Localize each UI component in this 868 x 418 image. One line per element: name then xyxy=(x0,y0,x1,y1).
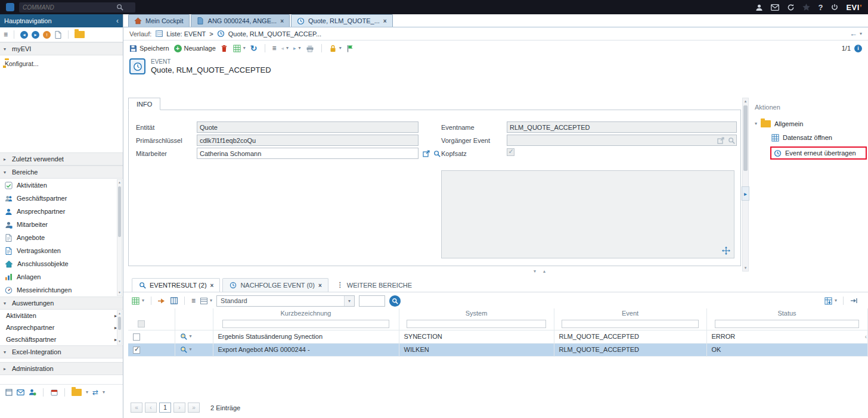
auswertungen-scrollbar[interactable]: ▴ ▾ xyxy=(117,310,122,345)
sidebar-item-anschlussobjekte[interactable]: Anschlussobjekte xyxy=(0,257,123,270)
column-header-event[interactable]: Event xyxy=(554,308,706,318)
caret-down-icon[interactable]: ▾ xyxy=(103,390,105,395)
sidebar-item-ansprechpartner[interactable]: Ansprechpartner xyxy=(0,205,123,218)
share-user-icon[interactable] xyxy=(29,388,36,397)
last-page-button[interactable]: » xyxy=(188,403,200,413)
column-header-system[interactable]: System xyxy=(399,308,554,318)
column-header-status[interactable]: Status xyxy=(706,308,867,318)
action-open-record[interactable]: Datensatz öffnen xyxy=(771,133,868,142)
event-payload-textarea[interactable] xyxy=(441,170,734,258)
search-button[interactable] xyxy=(389,295,401,307)
action-resend-event[interactable]: Event erneut übertragen xyxy=(770,146,867,160)
eventname-field[interactable] xyxy=(507,121,737,133)
delete-icon[interactable] xyxy=(221,44,228,52)
caret-down-icon[interactable]: ▾ xyxy=(86,390,88,395)
row-actions-icon[interactable] xyxy=(180,332,188,341)
auswertung-item-aktivitaeten[interactable]: Aktivitäten ▸ xyxy=(0,310,123,322)
sidebar-item-geschaeftspartner[interactable]: Geschäftspartner xyxy=(0,192,123,205)
sidebar-collapse-icon[interactable]: ‹ xyxy=(116,17,119,25)
menu-icon[interactable]: ≡ xyxy=(191,297,196,305)
tab-weitere-bereiche[interactable]: ⋮ WEITERE BEREICHE xyxy=(331,278,418,292)
help-icon[interactable]: ? xyxy=(818,3,823,12)
calendar-icon[interactable] xyxy=(50,388,58,397)
section-zuletzt-verwendet[interactable]: ▸ Zuletzt verwendet xyxy=(0,152,123,166)
form-scrollbar[interactable]: ▴ ▾ xyxy=(742,98,749,272)
power-icon[interactable] xyxy=(830,3,838,11)
sidebar-item-vertragskonten[interactable]: Vertragskonten xyxy=(0,244,123,257)
alarm-icon[interactable]: ! xyxy=(43,31,51,39)
close-icon[interactable]: × xyxy=(280,18,284,24)
row-checkbox[interactable] xyxy=(133,347,140,354)
table-row[interactable]: ▾ Ergebnis Statusänderung Synection SYNE… xyxy=(128,330,867,343)
sidebar-item-angebote[interactable]: Angebote xyxy=(0,231,123,244)
notifications-icon[interactable] xyxy=(802,3,810,11)
tab-nachfolge-event[interactable]: NACHFOLGE EVENT (0) × xyxy=(222,278,328,292)
flag-icon[interactable] xyxy=(346,44,354,52)
refresh-icon[interactable]: ↻ xyxy=(250,44,258,52)
close-icon[interactable]: × xyxy=(318,282,322,289)
tab-mein-cockpit[interactable]: Mein Cockpit xyxy=(128,14,190,27)
collapse-down-icon[interactable]: ▾ xyxy=(534,269,536,274)
info-icon[interactable]: i xyxy=(854,45,862,52)
notes-icon[interactable] xyxy=(54,30,62,39)
search-icon[interactable] xyxy=(116,3,123,11)
move-handle-icon[interactable] xyxy=(722,247,730,255)
row-checkbox[interactable] xyxy=(133,333,140,341)
sidebar-item-anlagen[interactable]: Anlagen xyxy=(0,270,123,283)
kopfsatz-checkbox[interactable] xyxy=(507,148,514,156)
history-back-icon[interactable]: ← xyxy=(850,29,857,38)
scroll-up-icon[interactable]: ▴ xyxy=(119,180,120,185)
folder-add-icon[interactable] xyxy=(72,388,82,397)
mail-icon[interactable] xyxy=(17,388,24,397)
scroll-up-icon[interactable]: ▴ xyxy=(745,98,747,104)
pin-panel-icon[interactable] xyxy=(850,297,857,305)
sidebar-item-mitarbeiter[interactable]: Mitarbeiter xyxy=(0,218,123,231)
copy-record-button[interactable]: ▾ xyxy=(233,44,246,52)
print-icon[interactable] xyxy=(306,44,314,52)
scroll-down-icon[interactable]: ▾ xyxy=(745,265,747,271)
filter-system-input[interactable] xyxy=(407,320,545,328)
menu-icon[interactable]: ≡ xyxy=(272,44,277,52)
tab-info[interactable]: INFO xyxy=(128,98,160,110)
row-actions-icon[interactable] xyxy=(180,345,188,354)
export-list-button[interactable]: ▾ xyxy=(824,297,837,305)
apply-arrow-icon[interactable] xyxy=(158,297,166,305)
section-bereiche[interactable]: ▾ Bereiche xyxy=(0,166,123,179)
next-record-button[interactable]: ▸ ▾ xyxy=(293,45,301,51)
table-row-selected[interactable]: ▾ Export Angebot ANG 0000244 - WILKEN RL… xyxy=(128,343,867,356)
scroll-down-icon[interactable]: ▾ xyxy=(119,339,120,344)
lookup-search-icon[interactable] xyxy=(727,136,735,145)
auswertung-item-ansprechpartner[interactable]: Ansprechpartner ▸ xyxy=(0,322,123,333)
breadcrumb-current[interactable]: Quote, RLM_QUOTE_ACCEP... xyxy=(228,30,321,38)
auswertung-item-geschaeftspartner[interactable]: Geschäftspartner ▸ xyxy=(0,333,123,345)
select-all-checkbox[interactable] xyxy=(138,320,145,327)
section-auswertungen[interactable]: ▾ Auswertungen xyxy=(0,297,123,310)
lock-button[interactable]: ▾ xyxy=(329,44,342,52)
new-list-record-button[interactable]: ▾ xyxy=(132,297,144,305)
caret-down-icon[interactable]: ▾ xyxy=(860,32,862,36)
close-icon[interactable]: × xyxy=(383,18,387,24)
current-page-button[interactable]: 1 xyxy=(159,403,171,413)
forward-icon[interactable]: ▸ xyxy=(32,31,39,39)
actions-panel-expander[interactable]: ▸ xyxy=(742,186,749,201)
section-administration[interactable]: ▸ Administration xyxy=(0,362,123,375)
breadcrumb-list-event[interactable]: Liste: EVENT xyxy=(166,30,206,38)
actions-group-allgemein[interactable]: ▾ Allgemein xyxy=(755,120,868,127)
vorgaenger-event-field[interactable] xyxy=(507,135,737,146)
bereiche-scrollbar[interactable]: ▴ ▾ xyxy=(117,179,122,296)
section-excel-integration[interactable]: ▾ Excel-Integration xyxy=(0,345,123,358)
caret-down-icon[interactable]: ▾ xyxy=(344,296,354,306)
horizontal-scroll-nub[interactable]: ‹ xyxy=(865,333,867,340)
entitaet-field[interactable] xyxy=(197,121,418,133)
caret-down-icon[interactable]: ▾ xyxy=(190,334,192,339)
open-record-icon[interactable] xyxy=(422,149,430,158)
view-mode-button[interactable]: ▾ xyxy=(200,297,212,305)
sidebar-item-aktivitaeten[interactable]: Aktivitäten xyxy=(0,179,123,192)
filter-kurzbezeichnung-input[interactable] xyxy=(222,320,389,328)
filter-status-input[interactable] xyxy=(715,320,859,328)
first-page-button[interactable]: « xyxy=(131,403,142,413)
quick-filter-input[interactable] xyxy=(359,295,385,307)
next-page-button[interactable]: › xyxy=(173,403,185,413)
new-record-button[interactable]: Neuanlage xyxy=(174,45,216,52)
filter-event-input[interactable] xyxy=(562,320,699,328)
